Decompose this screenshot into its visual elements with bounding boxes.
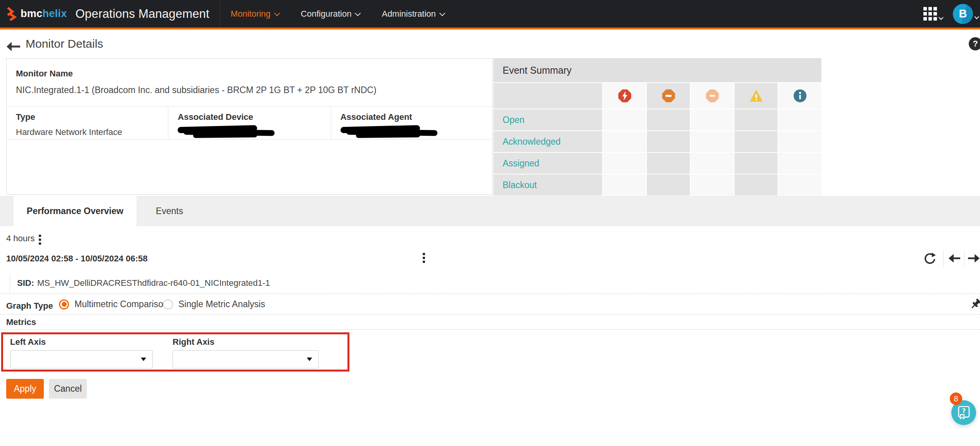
- right-axis-dropdown[interactable]: [173, 350, 319, 368]
- event-count-cell: [735, 131, 778, 152]
- duration-label: 4 hours: [6, 233, 35, 244]
- sid-label: SID:: [17, 278, 34, 288]
- grid-icon: [923, 7, 937, 21]
- event-count-cell: [778, 131, 821, 152]
- question-mark-icon: ?: [973, 39, 978, 49]
- right-axis-label: Right Axis: [173, 337, 214, 347]
- dashed-separator: [0, 294, 980, 294]
- top-navigation-bar: bmchelix Operations Management Monitorin…: [0, 0, 980, 28]
- bmc-helix-logo[interactable]: bmchelix: [6, 7, 67, 21]
- dashed-separator: [0, 314, 980, 315]
- app-switcher-button[interactable]: [923, 7, 943, 21]
- chevron-down-icon: [439, 10, 446, 16]
- notification-badge: 8: [950, 392, 962, 405]
- severity-header-spacer: [493, 83, 602, 109]
- refresh-icon: [923, 252, 936, 265]
- cancel-button[interactable]: Cancel: [49, 379, 87, 399]
- associated-agent-cell: Associated Agent: [331, 107, 492, 139]
- event-row-open-link[interactable]: Open: [493, 109, 602, 130]
- chart-menu-button[interactable]: [422, 252, 426, 264]
- major-severity-icon: [647, 83, 690, 109]
- date-range-label: 10/05/2024 02:58 - 10/05/2024 06:58: [6, 254, 148, 264]
- minor-severity-icon: [691, 83, 734, 109]
- nav-item-label: Configuration: [301, 9, 352, 19]
- associated-agent-label: Associated Agent: [340, 112, 483, 122]
- apply-button[interactable]: Apply: [6, 379, 44, 399]
- svg-text:?: ?: [962, 407, 966, 415]
- dashed-separator: [0, 329, 980, 330]
- monitor-attributes-row: Type Hardware Network Interface Associat…: [7, 107, 492, 140]
- chevron-down-icon: [974, 14, 979, 19]
- page-title: Monitor Details: [26, 37, 103, 50]
- sid-value: MS_HW_DelliDRACRESThdfidrac-r640-01_NICI…: [37, 278, 270, 288]
- event-count-cell: [691, 131, 734, 152]
- event-count-cell: [691, 175, 734, 195]
- pushpin-icon: [968, 299, 980, 312]
- event-count-cell: [603, 109, 646, 130]
- previous-timeframe-button[interactable]: [948, 252, 961, 266]
- nav-item-configuration[interactable]: Configuration: [301, 9, 360, 19]
- next-timeframe-button[interactable]: [967, 252, 980, 266]
- topbar-right-controls: B: [923, 4, 980, 24]
- monitor-name-value: NIC.Integrated.1-1 (Broadcom Inc. and su…: [16, 85, 483, 95]
- event-count-cell: [691, 109, 734, 130]
- monitor-details-page: bmchelix Operations Management Monitorin…: [0, 0, 980, 446]
- nav-item-label: Monitoring: [231, 9, 271, 19]
- monitor-name-label: Monitor Name: [16, 69, 483, 79]
- nav-divider: [220, 0, 220, 28]
- type-value: Hardware Network Interface: [16, 127, 159, 137]
- event-count-cell: [735, 175, 778, 195]
- radio-multimetric-comparison[interactable]: Multimetric Comparison: [59, 299, 168, 309]
- bmc-flame-icon: [6, 7, 18, 21]
- radio-unselected-icon: [163, 299, 173, 309]
- tab-events[interactable]: Events: [137, 196, 202, 226]
- left-axis-label: Left Axis: [10, 337, 46, 347]
- refresh-button[interactable]: [923, 252, 936, 266]
- back-button[interactable]: [6, 40, 22, 54]
- event-count-cell: [603, 153, 646, 174]
- duration-menu-button[interactable]: [38, 234, 42, 245]
- help-button[interactable]: ?: [969, 37, 980, 50]
- event-count-cell: [603, 131, 646, 152]
- left-axis-dropdown[interactable]: [10, 350, 153, 368]
- monitor-info-panel: Monitor Name NIC.Integrated.1-1 (Broadco…: [6, 58, 493, 195]
- logo-helix: helix: [42, 8, 67, 19]
- nav-item-administration[interactable]: Administration: [382, 9, 444, 19]
- event-count-cell: [647, 175, 690, 195]
- chevron-down-icon: [274, 10, 280, 16]
- redacted-device-value: [178, 126, 275, 139]
- dropdown-caret-icon: [141, 358, 146, 361]
- radio-label: Multimetric Comparison: [74, 299, 168, 309]
- event-row-blackout-link[interactable]: Blackout: [493, 175, 602, 195]
- sid-row: SID: MS_HW_DelliDRACRESThdfidrac-r640-01…: [10, 274, 270, 292]
- tab-performance-overview[interactable]: Performance Overview: [14, 196, 137, 226]
- product-title: Operations Management: [75, 7, 209, 21]
- nav-item-monitoring[interactable]: Monitoring: [231, 9, 279, 19]
- associated-device-cell: Associated Device: [168, 107, 330, 139]
- event-row-assigned-link[interactable]: Assigned: [493, 153, 602, 174]
- event-count-cell: [647, 153, 690, 174]
- event-count-cell: [647, 131, 690, 152]
- critical-severity-icon: [603, 83, 646, 109]
- accent-divider: [0, 28, 980, 29]
- redacted-agent-value: [340, 126, 437, 139]
- radio-single-metric-analysis[interactable]: Single Metric Analysis: [163, 299, 265, 309]
- event-summary-table: Open Acknowledged Assigned Blackout: [493, 83, 821, 195]
- chevron-down-icon: [939, 15, 944, 20]
- pin-button[interactable]: [968, 299, 980, 313]
- type-cell: Type Hardware Network Interface: [7, 107, 168, 139]
- warning-severity-icon: [735, 83, 778, 109]
- monitor-name-section: Monitor Name NIC.Integrated.1-1 (Broadco…: [7, 59, 492, 107]
- event-row-acknowledged-link[interactable]: Acknowledged: [493, 131, 602, 152]
- dropdown-caret-icon: [307, 358, 312, 361]
- back-arrow-icon: [6, 40, 22, 53]
- metrics-section-label: Metrics: [6, 317, 36, 327]
- user-menu-button[interactable]: B: [953, 4, 978, 24]
- graph-type-label: Graph Type: [6, 301, 53, 311]
- arrow-left-icon: [948, 252, 961, 264]
- event-summary-title: Event Summary: [493, 58, 821, 82]
- avatar: B: [953, 4, 973, 24]
- event-summary-panel: Event Summary Open: [493, 58, 821, 195]
- type-label: Type: [16, 112, 159, 122]
- toolbar-separator: [943, 250, 944, 267]
